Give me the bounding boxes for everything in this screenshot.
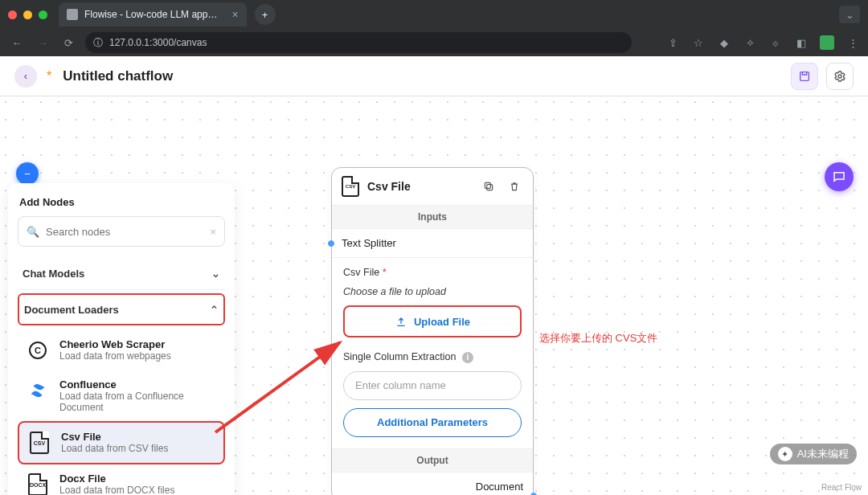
chevron-down-icon: ⌄ <box>211 268 220 280</box>
panel-icon[interactable]: ◧ <box>794 35 809 50</box>
copy-icon <box>483 181 494 192</box>
puzzle-icon[interactable]: ✧ <box>743 35 757 50</box>
loader-confluence[interactable]: Confluence Load data from a Confluence D… <box>18 370 225 421</box>
info-icon[interactable]: i <box>462 352 473 363</box>
column-field-label: Single Column Extraction <box>343 351 456 362</box>
drive-icon[interactable]: ◆ <box>717 35 731 50</box>
save-icon <box>798 70 811 83</box>
svg-rect-2 <box>487 185 493 190</box>
docx-icon: DOCX <box>28 473 47 495</box>
loader-name: Csv File <box>61 431 168 443</box>
category-label: Chat Models <box>23 268 84 280</box>
port-label: Document <box>476 481 523 493</box>
column-input[interactable]: Enter column name <box>343 371 522 400</box>
required-star-icon: * <box>383 266 387 278</box>
csv-icon: CSV <box>30 432 49 454</box>
search-icon: 🔍 <box>27 226 39 238</box>
unsaved-indicator-icon: * <box>47 69 51 84</box>
panel-title: Add Nodes <box>19 196 225 208</box>
add-node-fab[interactable]: − <box>16 162 39 185</box>
loader-desc: Load data from a Confluence Document <box>59 391 217 413</box>
window-menu-icon[interactable]: ⌄ <box>839 6 860 23</box>
upload-label: Upload File <box>414 316 470 328</box>
duplicate-button[interactable] <box>480 178 497 195</box>
clear-search-icon[interactable]: × <box>210 226 216 238</box>
csv-field-hint: Choose a file to upload <box>343 286 522 297</box>
gear-icon <box>833 70 846 83</box>
node-title: Csv File <box>367 180 472 193</box>
window-controls <box>8 10 47 19</box>
annotation-text: 选择你要上传的 CVS文件 <box>539 331 657 346</box>
back-button[interactable]: ‹ <box>14 65 37 88</box>
share-icon[interactable]: ⇧ <box>665 35 680 50</box>
bookmark-icon[interactable]: ☆ <box>691 35 706 50</box>
browser-tab[interactable]: Flowise - Low-code LLM app… × <box>59 2 247 27</box>
minimize-window-icon[interactable] <box>23 10 32 19</box>
delete-button[interactable] <box>506 178 523 195</box>
settings-button[interactable] <box>826 63 854 90</box>
save-button[interactable] <box>791 63 818 90</box>
node-icon: CSV <box>342 176 359 197</box>
search-input[interactable] <box>46 226 203 238</box>
search-nodes-wrap[interactable]: 🔍 × <box>18 216 225 247</box>
column-placeholder: Enter column name <box>355 379 446 391</box>
additional-params-button[interactable]: Additional Parameters <box>343 408 522 437</box>
svg-rect-3 <box>485 182 490 188</box>
output-port-document[interactable]: Document <box>332 472 533 496</box>
forward-icon[interactable]: → <box>34 34 51 51</box>
wechat-icon: ✦ <box>778 447 792 461</box>
loader-desc: Load data from CSV files <box>61 443 168 454</box>
add-nodes-panel: Add Nodes 🔍 × Chat Models ⌄ Document Loa… <box>8 183 235 495</box>
additional-params-label: Additional Parameters <box>377 416 488 428</box>
loader-docx[interactable]: DOCX Docx File Load data from DOCX files <box>18 464 225 495</box>
cheerio-icon: C <box>29 342 47 359</box>
confluence-icon <box>29 382 47 399</box>
svg-point-1 <box>838 75 841 78</box>
chat-icon <box>832 170 846 184</box>
favicon-icon <box>67 9 78 20</box>
category-label: Document Loaders <box>24 304 119 316</box>
upload-file-button[interactable]: Upload File <box>343 305 522 338</box>
back-icon[interactable]: ← <box>8 34 26 51</box>
loader-name: Docx File <box>59 472 174 485</box>
loader-desc: Load data from webpages <box>59 350 171 362</box>
loader-desc: Load data from DOCX files <box>59 485 174 495</box>
maximize-window-icon[interactable] <box>39 10 47 19</box>
loader-cheerio[interactable]: C Cheerio Web Scraper Load data from web… <box>18 330 225 370</box>
input-port-text-splitter[interactable]: Text Splitter <box>332 229 533 258</box>
upload-icon <box>395 315 407 328</box>
loader-name: Cheerio Web Scraper <box>59 338 171 350</box>
loader-items: C Cheerio Web Scraper Load data from web… <box>18 325 225 495</box>
handle-icon[interactable] <box>328 240 334 247</box>
tab-title: Flowise - Low-code LLM app… <box>84 9 217 20</box>
close-tab-icon[interactable]: × <box>231 8 238 21</box>
avatar-icon[interactable] <box>820 35 834 50</box>
svg-rect-0 <box>800 72 809 80</box>
loader-name: Confluence <box>59 378 217 391</box>
extensions-icon[interactable]: ⟐ <box>768 35 783 50</box>
url-text: 127.0.0.1:3000/canvas <box>109 37 207 48</box>
app-root: ‹ * Untitled chatflow − Add Nodes 🔍 × Ch… <box>0 56 868 495</box>
csv-file-node[interactable]: CSV Csv File Inputs Text Splitter Csv Fi… <box>331 167 534 495</box>
category-chat-models[interactable]: Chat Models ⌄ <box>18 258 225 290</box>
kebab-icon[interactable]: ⋮ <box>845 35 860 50</box>
page-title: Untitled chatflow <box>63 68 173 84</box>
trash-icon <box>509 181 520 192</box>
new-tab-button[interactable]: + <box>255 4 276 25</box>
watermark-text: AI未来编程 <box>797 447 849 461</box>
loader-csv[interactable]: CSV Csv File Load data from CSV files <box>18 421 225 464</box>
port-label: Text Splitter <box>342 237 396 249</box>
chevron-up-icon: ⌃ <box>210 304 219 316</box>
watermark: ✦ AI未来编程 <box>770 444 857 464</box>
inputs-section-label: Inputs <box>332 206 533 229</box>
browser-chrome: Flowise - Low-code LLM app… × + ⌄ ← → ⟳ … <box>0 0 868 56</box>
address-bar[interactable]: ⓘ 127.0.0.1:3000/canvas <box>85 32 632 53</box>
csv-field-label: Csv File <box>343 267 379 278</box>
info-icon: ⓘ <box>93 36 103 50</box>
category-document-loaders[interactable]: Document Loaders ⌃ <box>18 293 225 325</box>
chat-fab[interactable] <box>825 162 854 191</box>
close-window-icon[interactable] <box>8 10 17 19</box>
reload-icon[interactable]: ⟳ <box>59 34 77 51</box>
reactflow-attribution: React Flow <box>821 483 862 492</box>
app-header: ‹ * Untitled chatflow <box>0 56 868 96</box>
